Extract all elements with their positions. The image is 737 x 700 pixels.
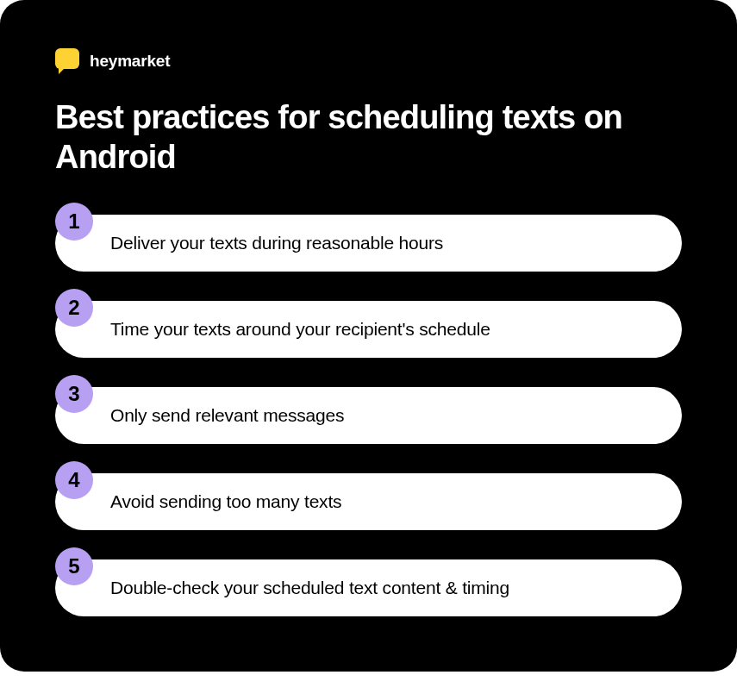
list-pill: Time your texts around your recipient's … (55, 301, 682, 358)
number-badge: 3 (55, 375, 93, 413)
item-text: Only send relevant messages (110, 405, 344, 426)
number-badge: 5 (55, 547, 93, 585)
list-item: 3 Only send relevant messages (55, 387, 682, 444)
list-item: 5 Double-check your scheduled text conte… (55, 559, 682, 616)
brand-row: heymarket (55, 48, 682, 74)
list-pill: Avoid sending too many texts (55, 473, 682, 530)
list-item: 2 Time your texts around your recipient'… (55, 301, 682, 358)
list-item: 4 Avoid sending too many texts (55, 473, 682, 530)
list-pill: Deliver your texts during reasonable hou… (55, 215, 682, 272)
practice-list: 1 Deliver your texts during reasonable h… (55, 215, 682, 616)
page-title: Best practices for scheduling texts on A… (55, 98, 682, 177)
number-badge: 4 (55, 461, 93, 499)
list-item: 1 Deliver your texts during reasonable h… (55, 215, 682, 272)
list-pill: Double-check your scheduled text content… (55, 559, 682, 616)
item-text: Avoid sending too many texts (110, 491, 341, 512)
item-text: Double-check your scheduled text content… (110, 578, 509, 598)
item-text: Deliver your texts during reasonable hou… (110, 233, 443, 253)
brand-name: heymarket (90, 52, 170, 71)
number-badge: 2 (55, 289, 93, 327)
chat-bubble-icon (55, 48, 81, 74)
info-card: heymarket Best practices for scheduling … (0, 0, 737, 672)
item-text: Time your texts around your recipient's … (110, 319, 490, 340)
number-badge: 1 (55, 203, 93, 241)
list-pill: Only send relevant messages (55, 387, 682, 444)
